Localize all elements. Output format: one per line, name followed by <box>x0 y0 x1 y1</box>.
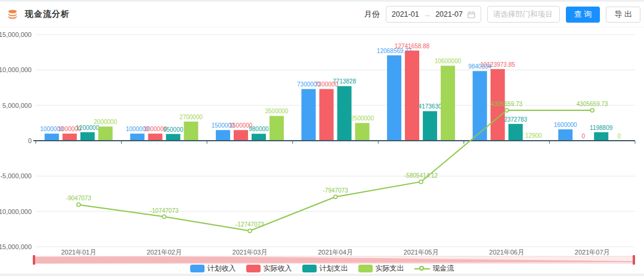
x-axis-label: 2021年04月 <box>318 249 353 256</box>
legend-item-planned-income[interactable]: 计划收入 <box>190 263 236 274</box>
y-axis-label: 15,000,000 <box>0 31 32 38</box>
x-axis-label: 2021年01月 <box>61 249 96 256</box>
legend-label: 计划支出 <box>320 263 348 274</box>
bar-实际支出[interactable] <box>270 116 284 141</box>
line-value-label: -7947073 <box>323 187 348 194</box>
title-wrap: 现金流分析 <box>7 9 70 20</box>
x-axis-label: 2021年07月 <box>575 249 610 256</box>
bar-value-label: 3500000 <box>265 108 288 114</box>
line-value-label: -12747073 <box>236 221 264 228</box>
bar-value-label: 2500000 <box>351 115 374 122</box>
bar-实际收入[interactable] <box>148 134 162 141</box>
chart-legend: 计划收入 实际收入 计划支出 实际支出 现金流 <box>0 263 644 273</box>
bar-计划收入[interactable] <box>130 134 144 141</box>
legend-label: 计划收入 <box>208 263 236 274</box>
bar-value-label: 980000 <box>249 126 269 132</box>
cashflow-line-point[interactable] <box>419 180 423 184</box>
x-axis-label: 2021年05月 <box>404 249 439 256</box>
date-end[interactable]: 2021-07 <box>435 10 463 18</box>
bar-计划支出[interactable] <box>594 132 608 141</box>
cashflow-line-point[interactable] <box>505 108 509 112</box>
cashflow-line-point[interactable] <box>162 215 166 219</box>
bar-value-label: 12900 <box>525 132 542 139</box>
header-toolbar: 现金流分析 月份 2021-01 → 2021-07 查 询 <box>0 2 644 27</box>
bottom-strip <box>0 274 644 276</box>
bar-计划收入[interactable] <box>216 130 230 141</box>
bar-计划收入[interactable] <box>302 89 316 141</box>
bar-实际收入[interactable] <box>405 51 419 141</box>
y-axis-label: -15,000,000 <box>0 243 32 250</box>
y-axis-label: 5,000,000 <box>2 102 32 109</box>
page-title: 现金流分析 <box>25 9 70 20</box>
legend-item-actual-expense[interactable]: 实际支出 <box>358 263 404 274</box>
legend-swatch <box>190 265 205 272</box>
line-value-label: -9047073 <box>66 195 92 201</box>
bar-实际支出[interactable] <box>355 123 370 141</box>
bar-计划收入[interactable] <box>473 71 487 141</box>
bar-value-label: 2000000 <box>94 119 117 125</box>
cashflow-chart: 15,000,00010,000,0005,000,0000-5,000,000… <box>0 27 644 274</box>
bar-计划支出[interactable] <box>166 134 180 141</box>
legend-item-planned-expense[interactable]: 计划支出 <box>302 263 348 274</box>
bar-计划支出[interactable] <box>80 132 95 141</box>
bar-计划收入[interactable] <box>45 134 59 141</box>
bar-value-label: 7713828 <box>333 78 356 85</box>
bar-实际支出[interactable] <box>441 66 455 141</box>
y-axis-label: -5,000,000 <box>0 172 32 179</box>
bar-实际收入[interactable] <box>63 134 77 141</box>
line-value-label: -10747073 <box>150 207 178 214</box>
x-axis-label: 2021年06月 <box>489 249 524 256</box>
line-value-label: 4305659.73 <box>491 101 522 107</box>
y-axis-label: -10,000,000 <box>0 208 32 215</box>
cashflow-line-point[interactable] <box>248 229 252 232</box>
coins-icon <box>7 10 18 19</box>
cashflow-line-point[interactable] <box>590 108 594 112</box>
cashflow-line-point[interactable] <box>334 195 338 199</box>
date-range-picker[interactable]: 2021-01 → 2021-07 <box>386 6 481 23</box>
legend-label: 实际收入 <box>264 263 292 274</box>
date-arrow-icon: → <box>423 10 431 18</box>
date-start[interactable]: 2021-01 <box>392 10 419 18</box>
bar-value-label: 950000 <box>163 126 184 133</box>
y-axis-label: 0 <box>28 137 32 144</box>
bar-计划收入[interactable] <box>558 129 572 141</box>
legend-swatch <box>246 265 261 272</box>
bar-计划支出[interactable] <box>509 124 523 141</box>
bar-value-label: 1600000 <box>554 122 577 128</box>
bar-实际支出[interactable] <box>98 126 113 141</box>
legend-label: 现金流 <box>433 263 454 274</box>
legend-item-actual-income[interactable]: 实际收入 <box>246 263 292 274</box>
line-legend-icon <box>414 265 430 272</box>
filter-controls: 月份 2021-01 → 2021-07 查 询 导 出 <box>364 6 640 23</box>
line-value-label: 4305659.73 <box>577 101 608 107</box>
bar-value-label: 1200000 <box>76 125 99 131</box>
y-axis-label: 10,000,000 <box>0 66 32 73</box>
x-axis-label: 2021年03月 <box>233 249 268 256</box>
bar-实际收入[interactable] <box>320 89 334 141</box>
bar-计划支出[interactable] <box>252 134 266 141</box>
legend-swatch <box>358 265 373 272</box>
bar-实际收入[interactable] <box>234 130 248 141</box>
bar-value-label: 4173630 <box>419 103 442 110</box>
legend-item-cashflow[interactable]: 现金流 <box>414 263 454 274</box>
export-button[interactable]: 导 出 <box>606 7 640 23</box>
calendar-icon <box>467 11 475 18</box>
bar-value-label: 2372783 <box>504 116 527 123</box>
cashflow-analysis-page: 现金流分析 月份 2021-01 → 2021-07 查 询 <box>0 0 644 276</box>
bar-value-label: 10600000 <box>435 58 462 64</box>
bar-value-label: 0 <box>581 133 585 139</box>
bar-计划支出[interactable] <box>423 111 437 141</box>
legend-swatch <box>302 265 317 272</box>
bar-value-label: 0 <box>617 133 621 139</box>
bar-value-label: 1198809 <box>590 125 613 131</box>
bar-计划收入[interactable] <box>387 55 401 141</box>
bar-value-label: 10123973.85 <box>480 61 515 68</box>
month-label: 月份 <box>364 9 380 20</box>
bar-计划支出[interactable] <box>338 86 352 141</box>
department-project-input[interactable] <box>487 6 560 23</box>
query-button[interactable]: 查 询 <box>566 7 600 23</box>
bar-实际支出[interactable] <box>184 122 198 141</box>
bar-value-label: 12741658.88 <box>395 43 430 49</box>
bar-value-label: 2700000 <box>179 114 203 120</box>
cashflow-line-point[interactable] <box>77 203 80 206</box>
